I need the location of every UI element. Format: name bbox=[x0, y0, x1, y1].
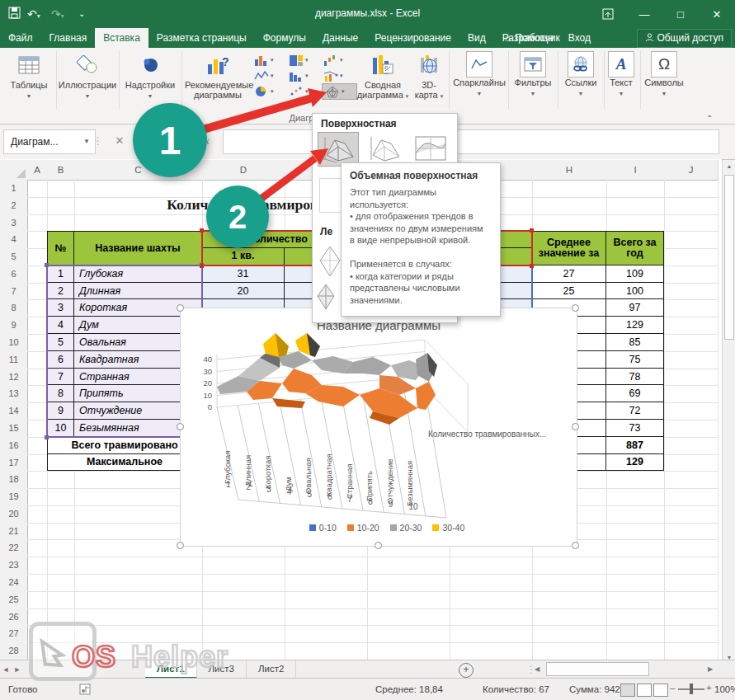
insert-scatter-chart-button[interactable]: ▾ bbox=[289, 84, 317, 99]
close-button[interactable]: ✕ bbox=[699, 0, 735, 28]
ribbon-display-options-icon[interactable] bbox=[590, 0, 626, 28]
cell-q1-row2[interactable]: 20 bbox=[202, 283, 285, 300]
cell-total-row9[interactable]: 72 bbox=[606, 402, 664, 420]
row-header-7[interactable]: 7 bbox=[0, 283, 28, 301]
chart-legend[interactable]: 0-1010-2020-3030-40 bbox=[271, 523, 502, 533]
namebox-splitter-icon[interactable]: ⋮ bbox=[92, 129, 102, 153]
row-header-22[interactable]: 22 bbox=[0, 539, 28, 557]
row-header-15[interactable]: 15 bbox=[0, 420, 28, 438]
vscroll-thumb[interactable] bbox=[724, 175, 734, 340]
status-average[interactable]: Среднее: 18,84 bbox=[375, 684, 443, 694]
col-header-B[interactable]: B bbox=[47, 160, 75, 181]
tab-Формулы[interactable]: Формулы bbox=[255, 28, 314, 48]
tab-Рецензирование[interactable]: Рецензирование bbox=[366, 28, 459, 48]
cancel-icon[interactable]: ✕ bbox=[111, 129, 129, 153]
cell-total-row10[interactable]: 73 bbox=[606, 420, 664, 437]
macro-record-icon[interactable] bbox=[79, 684, 91, 697]
cell-name-row1[interactable]: Глубокая bbox=[74, 265, 202, 283]
chart-handle[interactable] bbox=[375, 542, 382, 549]
hscroll-left-icon[interactable]: ◀ bbox=[535, 665, 539, 673]
view-page-break-icon[interactable] bbox=[653, 684, 668, 697]
menu-item-wireframe-surface[interactable] bbox=[364, 132, 405, 167]
col-header-J[interactable]: J bbox=[664, 160, 719, 181]
cell-num-row7[interactable]: 7 bbox=[47, 369, 74, 386]
zoom-slider-thumb[interactable] bbox=[690, 684, 693, 694]
chart-handle[interactable] bbox=[572, 423, 579, 430]
cell-num-row2[interactable]: 2 bbox=[47, 283, 74, 300]
map-3d-button[interactable]: 3D-карта ▾ bbox=[411, 51, 447, 114]
text-button[interactable]: A Текст▼ bbox=[604, 51, 638, 114]
row-header-11[interactable]: 11 bbox=[0, 351, 28, 369]
cell-num-row8[interactable]: 8 bbox=[47, 385, 74, 402]
cell-q1-row1[interactable]: 31 bbox=[202, 265, 285, 283]
chart-object[interactable]: Название диаграммы bbox=[180, 308, 577, 547]
cell-num-row10[interactable]: 10 bbox=[47, 420, 74, 437]
cell-summary-total-2[interactable]: 129 bbox=[606, 454, 664, 472]
col-header-A[interactable]: A bbox=[27, 160, 48, 181]
row-header-5[interactable]: 5 bbox=[0, 248, 28, 266]
row-header-28[interactable]: 28 bbox=[0, 642, 28, 660]
cell-total-row1[interactable]: 109 bbox=[606, 265, 664, 283]
menu-item-partial-icon[interactable] bbox=[319, 178, 342, 213]
scroll-up-icon[interactable]: ▲ bbox=[723, 160, 735, 172]
row-header-16[interactable]: 16 bbox=[0, 437, 28, 455]
cell-num-row3[interactable]: 3 bbox=[47, 299, 74, 317]
cell-total-row6[interactable]: 75 bbox=[606, 351, 664, 369]
cell-total-row2[interactable]: 100 bbox=[606, 283, 664, 300]
row-header-19[interactable]: 19 bbox=[0, 488, 28, 506]
tab-nav-right-icon[interactable]: ► bbox=[12, 660, 23, 679]
chart-handle[interactable] bbox=[572, 542, 579, 549]
header-num[interactable]: № bbox=[47, 231, 74, 265]
row-header-9[interactable]: 9 bbox=[0, 317, 28, 335]
maximize-button[interactable]: □ bbox=[662, 0, 699, 28]
zoom-in-button[interactable]: + bbox=[706, 683, 712, 693]
chart-handle[interactable] bbox=[177, 423, 184, 430]
cell-num-row1[interactable]: 1 bbox=[47, 265, 74, 283]
row-header-8[interactable]: 8 bbox=[0, 299, 28, 317]
chart-handle[interactable] bbox=[177, 304, 184, 312]
row-header-12[interactable]: 12 bbox=[0, 369, 28, 387]
row-header-20[interactable]: 20 bbox=[0, 505, 28, 524]
vertical-scrollbar[interactable]: ▲ ▼ bbox=[722, 160, 735, 664]
tables-button[interactable]: Таблицы▼ bbox=[3, 51, 54, 114]
hscroll-right-icon[interactable]: ▶ bbox=[708, 665, 713, 673]
view-normal-icon[interactable] bbox=[620, 684, 635, 697]
row-header-23[interactable]: 23 bbox=[0, 557, 28, 575]
cell-num-row5[interactable]: 5 bbox=[47, 334, 74, 351]
cell-total-row3[interactable]: 97 bbox=[606, 299, 664, 317]
insert-line-chart-button[interactable]: ▾ bbox=[254, 68, 282, 83]
recommended-charts-button[interactable]: ? Рекомендуемые диаграммы bbox=[185, 51, 251, 114]
cell-total-row4[interactable]: 129 bbox=[606, 317, 664, 334]
view-page-layout-icon[interactable] bbox=[637, 684, 652, 697]
zoom-level[interactable]: 100% bbox=[714, 684, 735, 694]
hscroll-thumb[interactable] bbox=[546, 662, 649, 676]
row-header-14[interactable]: 14 bbox=[0, 402, 28, 420]
row-header-4[interactable]: 4 bbox=[0, 231, 28, 249]
collapse-ribbon-icon[interactable]: ⌃ bbox=[706, 114, 713, 123]
select-all-corner[interactable] bbox=[0, 160, 28, 181]
row-header-27[interactable]: 27 bbox=[0, 625, 28, 643]
tab-nav-left-icon[interactable]: ◄ bbox=[0, 660, 12, 679]
illustrations-button[interactable]: Иллюстрации▼ bbox=[58, 51, 117, 114]
filled-radar-menu-icon[interactable] bbox=[317, 283, 335, 311]
col-header-I[interactable]: I bbox=[606, 160, 665, 181]
col-header-D[interactable]: D bbox=[202, 160, 285, 181]
cell-num-row9[interactable]: 9 bbox=[47, 402, 74, 420]
sheet-tab-Лист2[interactable]: Лист2 bbox=[247, 660, 296, 679]
sparklines-button[interactable]: Спарклайны▼ bbox=[452, 51, 506, 114]
sheet-tab-Лист1[interactable]: Лист1 bbox=[145, 660, 197, 679]
header-q1[interactable]: 1 кв. bbox=[202, 248, 285, 265]
row-header-17[interactable]: 17 bbox=[0, 454, 28, 472]
radar-menu-icon[interactable] bbox=[319, 244, 341, 279]
row-header-26[interactable]: 26 bbox=[0, 608, 28, 627]
header-total[interactable]: Всего за год bbox=[606, 231, 664, 265]
row-header-3[interactable]: 3 bbox=[0, 214, 28, 233]
cell-total-row5[interactable]: 85 bbox=[606, 334, 664, 351]
links-button[interactable]: Ссылки▼ bbox=[559, 51, 602, 114]
insert-waterfall-chart-button[interactable]: ▾ bbox=[323, 53, 351, 68]
menu-item-contour[interactable] bbox=[410, 132, 451, 167]
insert-pie-chart-button[interactable]: ▾ bbox=[254, 84, 282, 99]
sheet-tab-Лист3[interactable]: Лист3 bbox=[197, 660, 247, 679]
row-header-1[interactable]: 1 bbox=[0, 180, 28, 198]
cell-summary-total-1[interactable]: 887 bbox=[606, 437, 664, 454]
